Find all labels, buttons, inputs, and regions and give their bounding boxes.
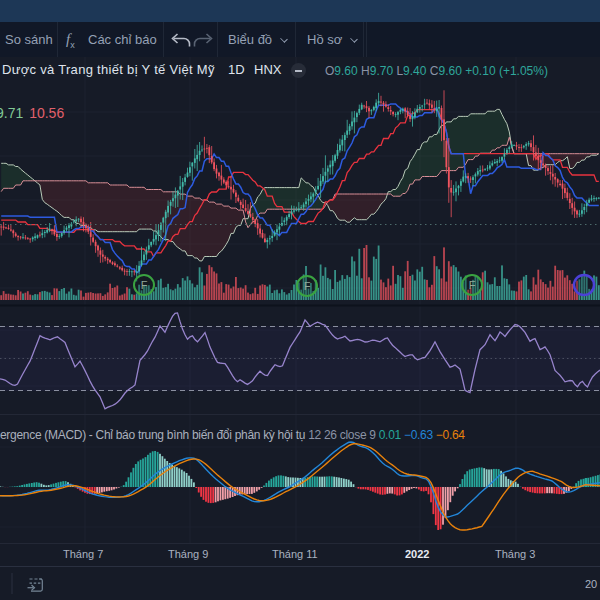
svg-text:20: 20 xyxy=(585,578,597,590)
svg-text:F: F xyxy=(304,280,311,292)
svg-text:F: F xyxy=(141,279,148,291)
svg-text:F: F xyxy=(469,279,476,291)
